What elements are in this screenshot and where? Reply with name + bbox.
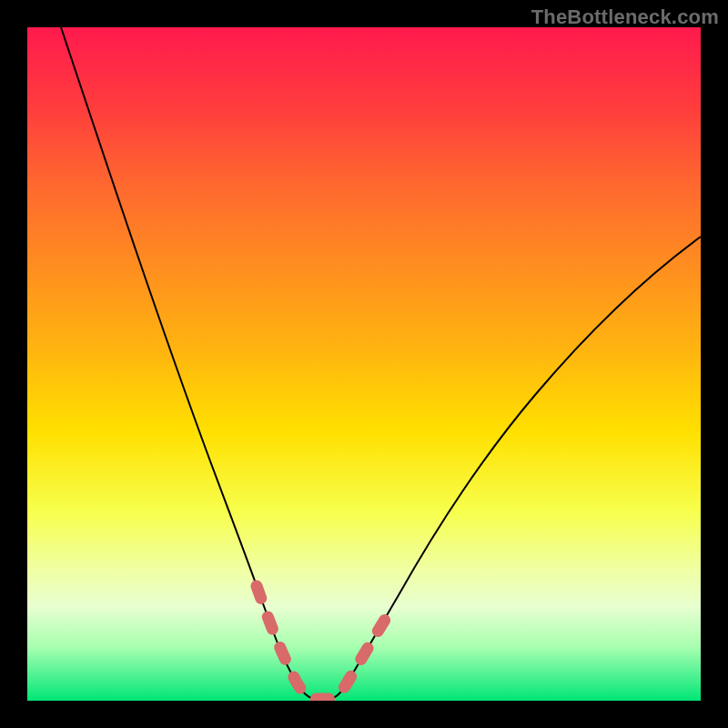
- curve-layer: [27, 27, 701, 701]
- pink-dash-segment: [257, 586, 388, 699]
- watermark-text: TheBottleneck.com: [531, 5, 719, 29]
- chart-root: TheBottleneck.com: [0, 0, 728, 728]
- plot-area: [27, 27, 701, 701]
- bottleneck-curve: [61, 27, 701, 699]
